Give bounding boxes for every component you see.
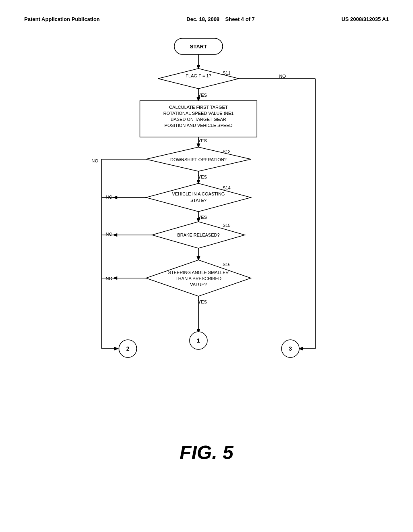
svg-text:FLAG F = 1?: FLAG F = 1? [186, 73, 211, 78]
header-patent-number: US 2008/312035 A1 [342, 16, 389, 22]
svg-text:THAN A PRESCRIBED: THAN A PRESCRIBED [175, 276, 221, 281]
header-date-sheet: Dec. 18, 2008 Sheet 4 of 7 [186, 16, 254, 22]
svg-text:CALCULATE FIRST TARGET: CALCULATE FIRST TARGET [169, 105, 228, 110]
svg-text:1: 1 [197, 337, 200, 344]
svg-text:S14: S14 [223, 185, 231, 190]
svg-text:BRAKE RELEASED?: BRAKE RELEASED? [177, 233, 219, 237]
svg-marker-31 [146, 183, 251, 212]
svg-text:YES: YES [198, 175, 207, 179]
svg-text:POSITION AND VEHICLE SPEED: POSITION AND VEHICLE SPEED [165, 123, 233, 128]
patent-page: Patent Application Publication Dec. 18, … [0, 0, 413, 532]
svg-text:NO: NO [106, 276, 113, 281]
svg-text:YES: YES [198, 138, 207, 143]
svg-text:2: 2 [126, 345, 129, 352]
header-date: Dec. 18, 2008 [186, 16, 219, 22]
svg-text:YES: YES [198, 93, 207, 98]
figure-label: FIG. 5 [24, 441, 389, 463]
svg-text:STEERING ANGLE SMALLER: STEERING ANGLE SMALLER [168, 270, 229, 275]
svg-text:VEHICLE IN A COASTING: VEHICLE IN A COASTING [172, 191, 225, 196]
svg-text:S16: S16 [223, 262, 231, 267]
svg-text:BASED ON TARGET GEAR: BASED ON TARGET GEAR [171, 117, 226, 122]
header-sheet: Sheet 4 of 7 [225, 16, 255, 22]
svg-text:3: 3 [289, 345, 292, 352]
diagram-area: START S11 NO FLAG F = 1? YES S12 CALCULA… [24, 34, 389, 417]
svg-text:YES: YES [198, 299, 207, 304]
svg-text:STATE?: STATE? [190, 198, 206, 203]
svg-text:NO: NO [92, 158, 98, 163]
svg-text:NO: NO [106, 232, 113, 237]
svg-text:NO: NO [279, 74, 286, 79]
page-header: Patent Application Publication Dec. 18, … [24, 16, 389, 22]
svg-text:NO: NO [106, 195, 113, 200]
svg-text:DOWNSHIFT OPERATION?: DOWNSHIFT OPERATION? [170, 157, 227, 162]
svg-text:ROTATIONAL SPEED VALUE tNE1: ROTATIONAL SPEED VALUE tNE1 [163, 111, 234, 116]
header-publication-type: Patent Application Publication [24, 16, 100, 22]
flowchart-svg: START S11 NO FLAG F = 1? YES S12 CALCULA… [65, 34, 348, 417]
svg-text:YES: YES [198, 215, 207, 220]
svg-text:S15: S15 [223, 223, 231, 228]
svg-text:VALUE?: VALUE? [190, 282, 206, 287]
svg-text:START: START [190, 44, 207, 50]
